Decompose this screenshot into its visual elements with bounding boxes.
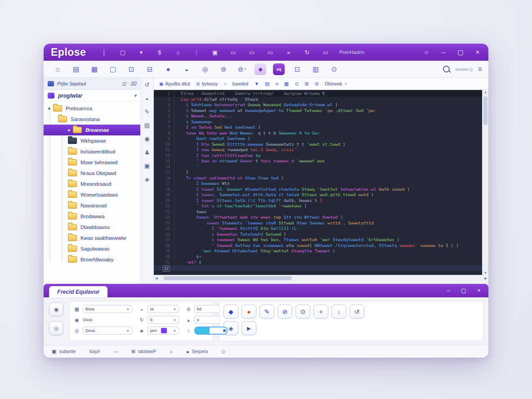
layers-icon[interactable]: ◉ (144, 135, 149, 142)
pen-button[interactable]: ✎ (259, 305, 274, 318)
code-line[interactable]: 22 twws (154, 209, 482, 215)
code-line[interactable]: 16 Tr sdwwt swttwwwttd st Atww Stww twd … (154, 175, 482, 181)
cloud-icon[interactable]: ◒ (145, 95, 149, 102)
download-button[interactable]: ↓ (331, 305, 346, 318)
clipboard-icon[interactable]: ▥ (308, 63, 323, 75)
search-label[interactable]: assaws () (455, 67, 473, 72)
console-button[interactable]: ◉ (49, 302, 63, 316)
editor-tool-stack[interactable]: ▦ (284, 81, 289, 87)
code-line[interactable]: 27 i swwwwws Swwws Wd tws bws, Ytwwws ww… (154, 237, 482, 243)
diamond-button[interactable]: ◆ (224, 305, 238, 318)
home-icon[interactable]: ⌂ (50, 63, 65, 75)
run-icon[interactable]: $ (150, 49, 169, 56)
progress-control[interactable] (194, 327, 228, 335)
code-line[interactable]: 25 I 'twwwwws AtstttQ btw Gw\1111·(L- (154, 226, 482, 232)
code-line[interactable]: 28 ' Swwwwd Swttww tws sswwwwws wtw swww… (154, 243, 482, 249)
editor-tool-save[interactable]: ▤ (265, 81, 269, 87)
code-line[interactable]: 7 I sw Swtwq Swd Wwd swwtwwwt } (154, 125, 482, 130)
scroll-left-icon[interactable]: ◀ (155, 275, 157, 281)
code-line[interactable]: 10 I btw Swwwd Stttttk.wwwwww Swwwwwwtwt… (154, 142, 482, 148)
panel-maximize-button[interactable]: ▢ (460, 287, 467, 294)
panel-minimize-button[interactable]: – (445, 287, 452, 294)
dropdown-caret-icon[interactable]: ▼ (170, 308, 176, 311)
code-line[interactable]: 17 I bwwwwws Wts (154, 181, 482, 187)
panel-close-button[interactable]: × (476, 287, 482, 294)
app-frame-icon[interactable]: ▢ (113, 49, 132, 56)
progress-handle[interactable] (223, 329, 226, 332)
record-button[interactable]: ● (241, 305, 256, 318)
code-line[interactable]: 5 i Wwwwk,.Swtwtw... (154, 113, 482, 119)
tree-item[interactable]: Nraua Obsjawd (44, 168, 140, 179)
horizontal-scrollbar[interactable]: ◀ ▶ (154, 275, 488, 281)
tree-item[interactable]: Breannae (44, 125, 140, 135)
clock-icon[interactable]: ⊙ (326, 63, 342, 75)
sphere-icon[interactable]: ⊚ (216, 63, 231, 75)
code-line[interactable]: 3 i Sdvhtwww bwtwwwwryrwd Uwwwq Wwwawwd … (154, 102, 482, 108)
link-alt-button[interactable]: ⊙ (295, 305, 310, 318)
code-line[interactable]: 8 twww Wq twtw www Wwd Wwwws q t t b Sww… (154, 130, 482, 136)
home-icon[interactable]: ⌂ (169, 49, 187, 56)
maximize-button[interactable]: ▢ (457, 49, 464, 56)
server-indicator[interactable]: ●Serpera (186, 349, 208, 354)
folder-icon[interactable]: ▢ (105, 63, 121, 75)
code-line[interactable]: 29 'wwr Atwwwd Uttwbwtwwt Stwy'wwttwt At… (154, 248, 482, 254)
record-button[interactable]: ○ (423, 49, 430, 56)
user-icon[interactable]: ♟ (144, 149, 150, 156)
donut-icon[interactable]: ◒ (179, 63, 194, 75)
editor-window-icon[interactable]: ▭ (242, 49, 261, 56)
position-indicator[interactable]: klay# (89, 349, 100, 354)
undo-icon[interactable]: ↺ (145, 81, 150, 88)
color-swatch[interactable] (161, 328, 167, 333)
chevron-down-icon[interactable]: ▾ (134, 93, 136, 98)
code-line[interactable]: 12 I tww rwttrtttttswwtww tw (154, 153, 482, 159)
code-line[interactable]: 32 (154, 265, 482, 271)
scroll-up-icon[interactable]: ▲ (483, 90, 488, 94)
scroll-right-icon[interactable]: ▶ (485, 275, 487, 281)
ta-select[interactable]: ta▼ (148, 305, 179, 313)
link-button[interactable]: ⊘ (277, 305, 292, 318)
dropdown-caret-icon[interactable]: ▾ (244, 67, 246, 71)
hand-button[interactable]: ↺ (349, 305, 364, 318)
tree-item[interactable]: Prebsarova (44, 103, 140, 114)
dropdown-caret-icon[interactable]: ▼ (124, 308, 130, 311)
bottom-panel-header[interactable]: Frecid Equlavur –▢× (44, 284, 488, 297)
tree-item[interactable]: Sagulwawas (44, 243, 140, 254)
tree-item[interactable]: Mawr twhrawwd (44, 157, 140, 168)
vertical-scrollbar[interactable]: ▲ ▼ (482, 90, 488, 275)
code-line[interactable]: 13 ' bww sw wttwwwd Awwwr t twts twwwws … (154, 158, 482, 164)
vertical-scroll-thumb[interactable] (483, 96, 487, 125)
bag-icon[interactable]: ◆ (255, 63, 266, 75)
editor-tool-history[interactable]: ⊙ (295, 81, 299, 87)
tree-item[interactable]: Kwas saabfawwwlw (44, 233, 140, 243)
scroll-down-icon[interactable]: ▼ (483, 271, 488, 274)
dropdown-caret-icon[interactable]: ▼ (170, 329, 176, 332)
pen-color-picker[interactable]: pen▼ (148, 327, 179, 335)
code-line[interactable]: 2Lwy wrrd dilwd strtwAq Utwya (154, 97, 482, 103)
expand-dot-icon[interactable] (68, 129, 70, 131)
settings-button[interactable]: ◎ (49, 321, 63, 335)
code-line[interactable]: 14 ' (154, 164, 482, 170)
dropdown-caret-icon[interactable]: ▼ (170, 318, 176, 322)
editor-tool-dropdown[interactable]: ▼ (254, 81, 259, 86)
edit-icon[interactable]: ✎ (145, 108, 150, 115)
sync-indicator[interactable]: ○ (170, 349, 173, 354)
database-icon[interactable]: ● (161, 63, 176, 75)
horizontal-scroll-thumb[interactable] (164, 276, 292, 280)
search-icon[interactable] (443, 66, 450, 72)
console-window-icon[interactable]: ▭ (261, 49, 279, 56)
b-select[interactable]: b▼ (148, 316, 179, 324)
inbox-icon[interactable]: ▭ (316, 49, 335, 56)
code-line[interactable]: 18 I twwwt SS. bwwwwr Wtwwwttwttwd stwwt… (154, 187, 482, 193)
code-line[interactable]: 20 I swwwr Sttwws.twtb.(\t Ttb.tqLff dwt… (154, 198, 482, 204)
close-panel-icon[interactable]: ⌧ (130, 81, 136, 87)
code-line[interactable]: 6 s Swwwwwqw (154, 119, 482, 125)
tree-item[interactable]: Dlawbbawos (44, 222, 140, 233)
code-line[interactable]: 24 swwws Stwwwwts 'twwwws stwB Sttwwd At… (154, 220, 482, 226)
code-line[interactable]: 19 I twwws, Swwwwtws.wst dttb.Owtq st tw… (154, 192, 482, 198)
collapse-all-icon[interactable]: ⊡ (122, 81, 126, 87)
code-line[interactable]: 4 i Sdwwwt wwy wwwwwd at bwwwwqwAqwwr·tw… (154, 108, 482, 114)
code-line[interactable]: 23 twwws 'Uttwwtwwt wwb stw wwws twp Stt… (154, 215, 482, 220)
editor-tool-link[interactable]: ⊘ (315, 81, 319, 87)
window-icon[interactable]: ⊡ (124, 63, 139, 75)
flag-button[interactable]: ► (241, 321, 256, 335)
